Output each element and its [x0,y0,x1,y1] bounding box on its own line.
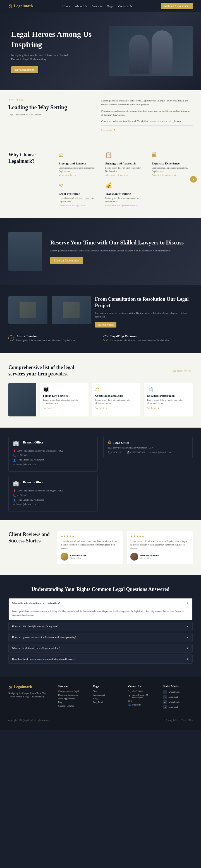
footer-service-5[interactable]: Calendar Defense [58,705,87,707]
reserve-cta-button[interactable]: Make an Appointment [50,257,83,264]
footer-service-4[interactable]: Blog [58,701,87,704]
logo-text: Legalmark [14,4,33,8]
why-item-5-desc: Lorem ipsum dolor sit amet consectetur. … [105,197,146,204]
nav-services[interactable]: Services [92,4,102,8]
footer-contact-phone: 📞 +90-220-44 [128,690,157,693]
footer-service-1[interactable]: Consultation and Legal [58,690,87,693]
footer-contact-website: 🌐 legalmark [128,704,157,706]
footer-service-3[interactable]: Make Appointment [58,698,87,700]
branch-2-email: lawyer@domain.com [17,503,36,506]
social-item-2[interactable]: t Legalmark [163,695,193,699]
project-image-2 [52,296,91,324]
branch-2-person-icon: 👤 [13,498,16,502]
branch-2-email-icon: ✉ [13,502,15,506]
why-item-4: ⚖ Legal Protection Lorem ipsum dolor sit… [59,182,100,207]
see-more-link[interactable]: See more services › [173,369,193,372]
hero-description: Navigating the Complexities of Law: Your… [11,53,73,61]
faq-chevron-4: ▼ [186,647,189,650]
reserve-text: Reserve Your Time with Our Skilled Lawye… [50,239,184,264]
hero-cta-button[interactable]: Our Consultation [11,66,38,73]
service-1-detail[interactable]: See Detail ▼ [43,407,85,409]
see-more-arrow: › [192,369,193,372]
billing-icon: 💰 [105,182,114,190]
head-office-contacts: 📞 +20 202 443 📠 +1 97159-87922 ✉ lawyer@… [108,451,188,454]
reviews-heading: Client Reviews and Success Stories [8,531,50,545]
branch-1-phone-row: 📞 +1 202 443 [13,454,93,457]
service-2-detail[interactable]: See Detail ▼ [95,407,137,409]
branch-office-2-title: Branch Office [23,480,43,485]
faq-question-4[interactable]: What are the different types of legal sp… [9,644,192,653]
why-item-1: ⚖ Prestige and Respect Lorem ipsum dolor… [59,152,100,177]
why-item-2-sub: Addressing risk solutions [105,174,146,177]
see-more-text: See more services [173,369,191,372]
social-item-4[interactable]: li Legalmark [163,705,193,709]
footer-service-2[interactable]: Document Preparation [58,694,87,696]
footer-logo-text: Legalmark [14,685,32,689]
branch-1-address: 3299 Terry Brooks Tinkersville Washingto… [17,449,63,453]
social-item-3[interactable]: in @legalmark [163,700,193,704]
footer-address-icon: 📍 [128,695,131,698]
faq-q3-text: How can I protect my assets for the futu… [12,636,76,639]
faq-answer-1: Lorem ipsum dolor sit amet consectetur a… [9,607,192,620]
privacy-link[interactable]: Privacy Policy [166,719,179,722]
footer-website: legalmark [132,704,141,706]
footer-page-2[interactable]: Appointment [93,694,122,696]
head-fax-icon: 📠 [127,451,130,454]
why-item-3: 🏛 Expertise Experience Lorem ipsum dolor… [151,152,193,177]
branch-office-2: 🏢 Branch Office 📍 3299 Terry Brooks Tink… [8,476,98,512]
linkedin-icon: li [163,705,167,709]
about-paragraph-2: Proin massa scelerisque id eget mus tinc… [101,109,193,117]
faq-question-1[interactable]: What is the role of an attorney in legal… [9,598,192,607]
footer-services-col: Services Consultation and Legal Document… [58,685,87,709]
project-arrow-1[interactable]: → [8,335,14,341]
faq-item-3: How can I protect my assets for the futu… [8,633,193,642]
review-1-text: Lorem ipsum dolor sit amet consectetur. … [61,540,119,550]
nav-links: Home About Us Services Page Contact Us [62,4,132,8]
reserve-section: Reserve Your Time with Our Skilled Lawye… [0,218,201,285]
project-card-2-desc: Lorem ipsum dolor sit amet consectetur e… [111,339,169,342]
why-next-arrow[interactable]: › [190,176,197,183]
faq-item-5: How does the divorce process work, and w… [8,654,193,664]
head-office-email: ✉ lawyer@domain.com [149,451,171,454]
project-arrow-2[interactable]: → [103,335,108,341]
footer-page-4[interactable]: Blog Detail [93,701,122,704]
nav-contact[interactable]: Contact Us [118,4,132,8]
see-detail-text: See Detail [101,128,112,131]
why-item-4-desc: Lorem ipsum dolor sit amet consectetur. … [59,197,100,204]
why-item-1-sub: Mentioning the cost [59,174,100,177]
footer-services-title: Services [58,685,87,688]
faq-question-2[interactable]: How can I find the right attorney for my… [9,622,192,631]
faq-question-3[interactable]: How can I protect my assets for the futu… [9,633,192,642]
nav-home[interactable]: Home [62,4,70,8]
terms-link[interactable]: Term of Use [181,719,193,722]
services-section: Comprehensive list of the legal services… [0,353,201,428]
nav-logo: ⚖ Legalmark [8,4,33,9]
about-paragraph-3: Cursus sit malesuada faucibus nisl. Vel … [101,119,193,123]
hero-text: Legal Heroes Among Us Inspiring Navigati… [11,29,109,73]
footer-page-3[interactable]: Blog [93,698,122,700]
copyright-text: copyright 2023 @legalmark all right rese… [8,719,49,722]
branch-office-1-title: Branch Office [23,440,43,444]
faq-question-5[interactable]: How does the divorce process work, and w… [9,655,192,663]
reserve-image [8,232,42,271]
footer-contact-title: Contact Us [128,685,157,688]
nav-page[interactable]: Page [107,4,113,8]
footer-social-title: Social Media [163,685,193,688]
footer-page-1[interactable]: Team [93,690,122,693]
nav-cta-button[interactable]: Make an Appointment [161,3,193,9]
service-3-detail[interactable]: See Detail ▼ [147,407,189,409]
faq-q5-text: How does the divorce process work, and w… [12,657,75,660]
project-card-1-desc: Lorem ipsum dolor sit amet consectetur e… [16,339,75,342]
service-3-desc: Lorem ipsum dolor sit amet consectetur e… [147,399,189,405]
reviewer-1-role: Vice president [70,557,86,559]
why-section: Why Choose Legalmark? ⚖ Prestige and Res… [0,141,201,218]
branch-office-1: 🏢 Branch Office 📍 3299 Terry Brooks Tink… [8,436,98,472]
service-2-arrow: ▼ [105,407,108,409]
about-left: About Us Leading the Way Setting Legal P… [0,90,93,141]
reviews-section: Client Reviews and Success Stories ★★★★★… [0,520,201,575]
branch-2-phone-row: 📞 +1 202 443 [13,494,93,498]
social-item-1[interactable]: f @legalmark [163,690,193,694]
nav-about[interactable]: About Us [75,4,87,8]
about-see-detail[interactable]: See Detail ▼ [101,125,193,131]
see-project-button[interactable]: See Our Project [95,322,116,328]
